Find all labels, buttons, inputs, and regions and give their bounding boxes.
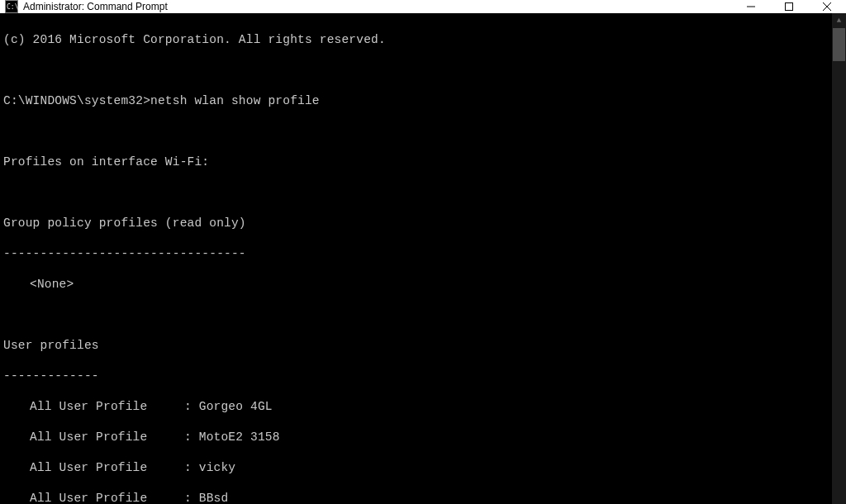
profile-row: All User Profile : MotoE2 3158 <box>3 430 830 445</box>
prompt-path: C:\WINDOWS\system32> <box>3 94 150 107</box>
profile-row: All User Profile : Gorgeo 4GL <box>3 399 830 415</box>
interface-header: Profiles on interface Wi-Fi: <box>3 155 830 170</box>
minimize-button[interactable] <box>732 0 770 13</box>
user-profiles-header: User profiles <box>3 338 830 354</box>
group-policy-none: <None> <box>3 277 830 292</box>
profile-row: All User Profile : vicky <box>3 460 830 476</box>
scroll-up-arrow-icon[interactable]: ▲ <box>832 13 846 27</box>
profile-name: vicky <box>199 461 236 474</box>
window-title: Administrator: Command Prompt <box>23 1 732 12</box>
profile-label: All User Profile : <box>30 492 199 505</box>
typed-command: netsh wlan show profile <box>150 94 320 107</box>
profile-label: All User Profile : <box>30 430 199 444</box>
terminal-output: (c) 2016 Microsoft Corporation. All righ… <box>0 13 832 504</box>
svg-rect-4 <box>786 3 793 11</box>
profile-row: All User Profile : BBsd <box>3 491 830 505</box>
blank <box>3 307 830 323</box>
cmd-icon: C:\ <box>5 0 18 13</box>
vertical-scrollbar[interactable]: ▲ ▼ <box>832 13 846 504</box>
group-policy-header: Group policy profiles (read only) <box>3 216 830 231</box>
terminal-area[interactable]: (c) 2016 Microsoft Corporation. All righ… <box>0 13 846 504</box>
profile-label: All User Profile : <box>30 400 199 413</box>
blank <box>3 185 830 201</box>
maximize-button[interactable] <box>770 0 808 13</box>
blank <box>3 124 830 140</box>
group-policy-dashes: --------------------------------- <box>3 246 830 262</box>
command-prompt-window: C:\ Administrator: Command Prompt (c) 20… <box>0 0 846 504</box>
prompt-line-1: C:\WINDOWS\system32>netsh wlan show prof… <box>3 93 830 109</box>
window-controls <box>732 0 846 13</box>
svg-text:C:\: C:\ <box>7 3 18 11</box>
titlebar[interactable]: C:\ Administrator: Command Prompt <box>0 0 846 13</box>
copyright-line: (c) 2016 Microsoft Corporation. All righ… <box>3 32 830 48</box>
user-profiles-dashes: ------------- <box>3 368 830 384</box>
profile-label: All User Profile : <box>30 461 199 474</box>
scroll-thumb[interactable] <box>833 28 845 61</box>
close-button[interactable] <box>808 0 846 13</box>
profile-name: MotoE2 3158 <box>199 430 280 444</box>
blank <box>3 63 830 78</box>
profile-name: Gorgeo 4GL <box>199 400 273 413</box>
profile-name: BBsd <box>199 492 229 505</box>
